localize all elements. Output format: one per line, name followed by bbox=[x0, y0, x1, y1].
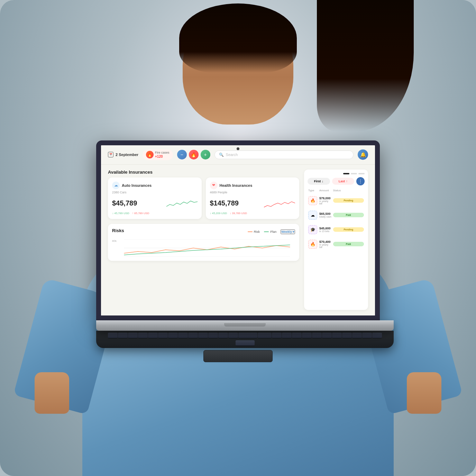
risks-section: Risks Risk Plan bbox=[108, 224, 299, 261]
key bbox=[302, 333, 312, 338]
filter-first-button[interactable]: First ↓ bbox=[308, 178, 330, 185]
risk-label: Risk bbox=[254, 230, 260, 234]
health-icon: ❤ bbox=[210, 182, 218, 189]
health-stats: ↓ 45,209 USD ↓ 39,789 USD bbox=[210, 212, 295, 215]
th-type: Type bbox=[308, 189, 318, 192]
key bbox=[352, 333, 362, 338]
fire-text: Fire cases +120 bbox=[155, 151, 170, 159]
row-icon-fire2: 🔥 bbox=[308, 240, 317, 249]
key bbox=[168, 333, 178, 338]
auto-amount: $45,789 bbox=[112, 199, 137, 207]
key bbox=[342, 333, 352, 338]
laptop-base bbox=[96, 320, 394, 331]
key bbox=[188, 333, 198, 338]
key bbox=[258, 333, 272, 338]
camera bbox=[237, 147, 239, 150]
key bbox=[148, 333, 158, 338]
panel-dots bbox=[308, 173, 365, 174]
risk-dot bbox=[248, 231, 253, 232]
section-title-insurances: Available Insurances bbox=[108, 170, 299, 175]
key bbox=[138, 333, 148, 338]
fire-badge: 🔥 Fire cases +120 bbox=[143, 149, 173, 160]
calendar-icon: 📅 bbox=[108, 152, 113, 157]
laptop-wrapper: 📅 2 September 🔥 Fire cases +120 − 🔥 + bbox=[96, 140, 380, 362]
available-insurances-section: Available Insurances ☁ Auto Insurances 2… bbox=[108, 170, 299, 219]
trackpad[interactable] bbox=[203, 350, 273, 362]
date-label: 2 September bbox=[116, 153, 138, 157]
laptop-screen: 📅 2 September 🔥 Fire cases +120 − 🔥 + bbox=[96, 140, 380, 320]
more-button[interactable]: ⋮ bbox=[356, 177, 365, 185]
risks-title: Risks bbox=[112, 228, 124, 233]
key bbox=[332, 333, 342, 338]
row-amount-4: $70,400 in yearly bill bbox=[319, 240, 332, 248]
table-header: Type Amount Status bbox=[308, 189, 365, 192]
table-row: 🔥 $79,000 in yearly bill Pending bbox=[308, 195, 365, 207]
auto-stat2: ↑ 85,789 USD bbox=[132, 212, 149, 215]
filter-last-button[interactable]: Last ↑ bbox=[332, 178, 355, 185]
auto-stats: ↓ 45,789 USD ↑ 85,789 USD bbox=[112, 212, 198, 215]
status-badge-4: Paid bbox=[333, 242, 364, 246]
key bbox=[372, 333, 382, 338]
right-hand bbox=[407, 372, 441, 414]
row-icon-cloud: ☁ bbox=[308, 211, 317, 220]
key bbox=[198, 333, 208, 338]
auto-title: Auto Insurances bbox=[122, 183, 152, 187]
health-insurance-card: ❤ Health Insurances 4689 People $145,789 bbox=[206, 177, 300, 219]
filter-row: First ↓ Last ↑ ⋮ bbox=[308, 177, 365, 185]
row-amount-3: $45,600 in 15 bills bbox=[319, 227, 332, 232]
status-badge-1: Pending bbox=[333, 198, 364, 203]
row-icon-fire1: 🔥 bbox=[308, 196, 317, 205]
search-placeholder: Search bbox=[226, 153, 238, 157]
health-subtitle: 4689 People bbox=[210, 191, 295, 194]
key bbox=[118, 333, 128, 338]
keyboard bbox=[96, 331, 394, 348]
row-amount-1: $79,000 in yearly bill bbox=[319, 196, 332, 205]
key bbox=[292, 333, 302, 338]
key bbox=[272, 333, 282, 338]
risk-chart: 80k bbox=[112, 239, 295, 257]
plan-legend-item: Plan bbox=[264, 230, 276, 234]
key bbox=[238, 333, 257, 338]
date-badge: 📅 2 September bbox=[108, 152, 138, 157]
th-status: Status bbox=[333, 189, 364, 192]
scene: 📅 2 September 🔥 Fire cases +120 − 🔥 + bbox=[0, 0, 476, 476]
auto-chart bbox=[166, 197, 198, 209]
health-stat2: ↓ 39,789 USD bbox=[230, 212, 247, 215]
auto-stat1: ↓ 45,789 USD bbox=[112, 212, 129, 215]
minus-button[interactable]: − bbox=[177, 150, 187, 159]
search-icon: 🔍 bbox=[219, 153, 224, 157]
key bbox=[128, 333, 138, 338]
plus-button[interactable]: + bbox=[201, 150, 210, 159]
key bbox=[108, 333, 118, 338]
key bbox=[236, 340, 255, 346]
cloud-icon: ☁ bbox=[112, 182, 120, 189]
table-row: 🔥 $70,400 in yearly bill Paid bbox=[308, 238, 365, 250]
plan-label: Plan bbox=[270, 230, 276, 234]
chart-legend: Risk Plan Weekly ▾ bbox=[248, 229, 295, 234]
table-row: 🎓 $45,600 in 15 bills Pending bbox=[308, 224, 365, 236]
key bbox=[158, 333, 168, 338]
key bbox=[178, 333, 188, 338]
dot-3 bbox=[358, 173, 365, 174]
hair-top bbox=[179, 3, 297, 73]
notification-button[interactable]: 🔔 bbox=[358, 149, 368, 160]
key bbox=[312, 333, 322, 338]
health-card-header: ❤ Health Insurances bbox=[210, 182, 295, 189]
action-buttons: − 🔥 + bbox=[177, 150, 210, 159]
plan-dot bbox=[264, 231, 269, 232]
y-axis-label: 80k bbox=[112, 239, 117, 242]
key bbox=[208, 333, 218, 338]
left-hand bbox=[35, 372, 69, 414]
right-panel: First ↓ Last ↑ ⋮ Type Amo bbox=[304, 170, 368, 310]
search-bar[interactable]: 🔍 Search bbox=[214, 150, 354, 159]
key bbox=[362, 333, 372, 338]
fire-button[interactable]: 🔥 bbox=[189, 150, 199, 159]
weekly-button[interactable]: Weekly ▾ bbox=[281, 229, 295, 234]
key bbox=[282, 333, 292, 338]
main-content: Available Insurances ☁ Auto Insurances 2… bbox=[101, 165, 375, 315]
key bbox=[218, 333, 228, 338]
insurance-cards: ☁ Auto Insurances 2380 Cars $45,789 bbox=[108, 177, 299, 219]
key bbox=[228, 333, 238, 338]
left-panel: Available Insurances ☁ Auto Insurances 2… bbox=[108, 170, 299, 310]
row-amount-2: $65,500 totally cash bbox=[319, 212, 332, 218]
